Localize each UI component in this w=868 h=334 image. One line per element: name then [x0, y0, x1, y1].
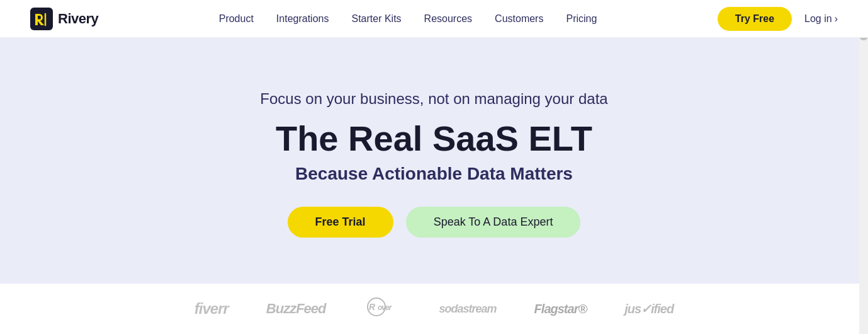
nav-integrations[interactable]: Integrations [276, 13, 329, 24]
free-trial-button[interactable]: Free Trial [288, 207, 393, 238]
navbar-actions: Try Free Log in › [718, 7, 838, 31]
svg-text:over: over [378, 303, 393, 312]
logo-text: Rivery [58, 11, 98, 27]
login-arrow: › [835, 13, 838, 25]
svg-text:R: R [369, 302, 376, 312]
rover-logo-svg: R over [364, 296, 402, 318]
navbar: Rivery Product Integrations Starter Kits… [0, 0, 868, 38]
rivery-logo-icon [30, 8, 53, 30]
speak-to-expert-button[interactable]: Speak To A Data Expert [406, 207, 581, 238]
hero-title: The Real SaaS ELT [276, 119, 592, 158]
customer-logos: fiverr BuzzFeed R over sodastream Flagst… [0, 284, 868, 334]
logo-justified: jus✓ified [624, 301, 674, 316]
nav-resources[interactable]: Resources [424, 13, 472, 24]
nav-starter-kits[interactable]: Starter Kits [351, 13, 401, 24]
nav-links: Product Integrations Starter Kits Resour… [219, 13, 597, 25]
nav-product[interactable]: Product [219, 13, 254, 24]
logo-flagstar: Flagstar® [534, 302, 587, 316]
hero-buttons: Free Trial Speak To A Data Expert [288, 207, 581, 238]
hero-tagline: Because Actionable Data Matters [295, 164, 573, 184]
nav-customers[interactable]: Customers [495, 13, 543, 24]
logo-rover: R over [364, 296, 402, 322]
nav-pricing[interactable]: Pricing [566, 13, 597, 24]
hero-section: Focus on your business, not on managing … [0, 38, 868, 284]
hero-subtitle: Focus on your business, not on managing … [260, 90, 607, 108]
scrollbar[interactable] [859, 0, 868, 334]
logo-fiverr: fiverr [194, 300, 228, 318]
login-button[interactable]: Log in › [804, 13, 838, 25]
try-free-button[interactable]: Try Free [718, 7, 792, 31]
logo-buzzfeed: BuzzFeed [266, 301, 326, 317]
logo-link[interactable]: Rivery [30, 8, 98, 30]
login-label: Log in [804, 13, 832, 25]
logo-sodastream: sodastream [439, 302, 497, 316]
